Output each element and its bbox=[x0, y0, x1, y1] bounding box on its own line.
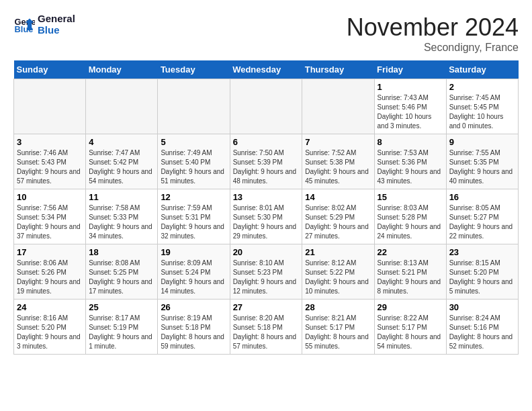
day-header-saturday: Saturday bbox=[446, 60, 518, 79]
calendar-cell: 21Sunrise: 8:12 AMSunset: 5:22 PMDayligh… bbox=[302, 244, 374, 300]
day-number: 5 bbox=[161, 137, 226, 147]
day-info: Sunrise: 7:58 AMSunset: 5:33 PMDaylight:… bbox=[89, 203, 154, 241]
day-number: 20 bbox=[233, 247, 300, 257]
day-number: 6 bbox=[233, 137, 300, 147]
day-number: 26 bbox=[161, 302, 226, 312]
day-info: Sunrise: 8:21 AMSunset: 5:17 PMDaylight:… bbox=[305, 314, 371, 351]
calendar-cell: 9Sunrise: 7:55 AMSunset: 5:35 PMDaylight… bbox=[446, 134, 518, 189]
day-info: Sunrise: 8:10 AMSunset: 5:23 PMDaylight:… bbox=[233, 259, 300, 296]
day-number: 30 bbox=[449, 302, 515, 312]
day-info: Sunrise: 8:03 AMSunset: 5:28 PMDaylight:… bbox=[378, 203, 443, 241]
calendar-cell: 26Sunrise: 8:19 AMSunset: 5:18 PMDayligh… bbox=[158, 300, 230, 355]
calendar-cell: 15Sunrise: 8:03 AMSunset: 5:28 PMDayligh… bbox=[374, 189, 446, 244]
calendar-cell: 4Sunrise: 7:47 AMSunset: 5:42 PMDaylight… bbox=[86, 134, 158, 189]
day-number: 13 bbox=[233, 192, 300, 202]
logo: General Blue General Blue bbox=[13, 13, 75, 36]
calendar-cell bbox=[86, 79, 158, 134]
day-info: Sunrise: 8:01 AMSunset: 5:30 PMDaylight:… bbox=[233, 203, 300, 241]
calendar-cell: 7Sunrise: 7:52 AMSunset: 5:38 PMDaylight… bbox=[302, 134, 374, 189]
day-info: Sunrise: 8:09 AMSunset: 5:24 PMDaylight:… bbox=[161, 259, 226, 296]
calendar-cell: 25Sunrise: 8:17 AMSunset: 5:19 PMDayligh… bbox=[86, 300, 158, 355]
calendar-cell: 20Sunrise: 8:10 AMSunset: 5:23 PMDayligh… bbox=[230, 244, 302, 300]
calendar-cell: 30Sunrise: 8:24 AMSunset: 5:16 PMDayligh… bbox=[446, 300, 518, 355]
day-number: 21 bbox=[305, 247, 371, 257]
day-number: 28 bbox=[305, 302, 371, 312]
day-number: 3 bbox=[17, 137, 83, 147]
calendar-cell: 24Sunrise: 8:16 AMSunset: 5:20 PMDayligh… bbox=[14, 300, 86, 355]
day-number: 15 bbox=[378, 192, 443, 202]
calendar-cell bbox=[158, 79, 230, 134]
day-number: 24 bbox=[17, 302, 83, 312]
calendar-table: SundayMondayTuesdayWednesdayThursdayFrid… bbox=[13, 60, 519, 355]
day-header-monday: Monday bbox=[86, 60, 158, 79]
day-info: Sunrise: 8:24 AMSunset: 5:16 PMDaylight:… bbox=[449, 314, 515, 351]
day-info: Sunrise: 8:17 AMSunset: 5:19 PMDaylight:… bbox=[89, 314, 154, 351]
calendar-cell: 28Sunrise: 8:21 AMSunset: 5:17 PMDayligh… bbox=[302, 300, 374, 355]
calendar-cell: 8Sunrise: 7:53 AMSunset: 5:36 PMDaylight… bbox=[374, 134, 446, 189]
day-number: 8 bbox=[378, 137, 443, 147]
calendar-week-row: 17Sunrise: 8:06 AMSunset: 5:26 PMDayligh… bbox=[14, 244, 519, 300]
day-number: 11 bbox=[89, 192, 154, 202]
day-number: 19 bbox=[161, 247, 226, 257]
day-info: Sunrise: 8:20 AMSunset: 5:18 PMDaylight:… bbox=[233, 314, 300, 351]
day-info: Sunrise: 7:47 AMSunset: 5:42 PMDaylight:… bbox=[89, 148, 154, 186]
day-info: Sunrise: 7:45 AMSunset: 5:45 PMDaylight:… bbox=[449, 93, 515, 131]
calendar-cell bbox=[230, 79, 302, 134]
day-info: Sunrise: 7:50 AMSunset: 5:39 PMDaylight:… bbox=[233, 148, 300, 186]
calendar-cell: 2Sunrise: 7:45 AMSunset: 5:45 PMDaylight… bbox=[446, 79, 518, 134]
calendar-cell: 1Sunrise: 7:43 AMSunset: 5:46 PMDaylight… bbox=[374, 79, 446, 134]
day-number: 12 bbox=[161, 192, 226, 202]
day-header-friday: Friday bbox=[374, 60, 446, 79]
calendar-cell: 5Sunrise: 7:49 AMSunset: 5:40 PMDaylight… bbox=[158, 134, 230, 189]
calendar-cell: 11Sunrise: 7:58 AMSunset: 5:33 PMDayligh… bbox=[86, 189, 158, 244]
calendar-cell: 19Sunrise: 8:09 AMSunset: 5:24 PMDayligh… bbox=[158, 244, 230, 300]
day-number: 27 bbox=[233, 302, 300, 312]
logo-text-general: General bbox=[38, 13, 75, 25]
calendar-cell: 16Sunrise: 8:05 AMSunset: 5:27 PMDayligh… bbox=[446, 189, 518, 244]
day-info: Sunrise: 7:49 AMSunset: 5:40 PMDaylight:… bbox=[161, 148, 226, 186]
calendar-cell: 17Sunrise: 8:06 AMSunset: 5:26 PMDayligh… bbox=[14, 244, 86, 300]
calendar-cell bbox=[14, 79, 86, 134]
calendar-header-row: SundayMondayTuesdayWednesdayThursdayFrid… bbox=[14, 60, 519, 79]
day-header-wednesday: Wednesday bbox=[230, 60, 302, 79]
day-info: Sunrise: 8:12 AMSunset: 5:22 PMDaylight:… bbox=[305, 259, 371, 296]
day-info: Sunrise: 7:56 AMSunset: 5:34 PMDaylight:… bbox=[17, 203, 83, 241]
day-info: Sunrise: 8:05 AMSunset: 5:27 PMDaylight:… bbox=[449, 203, 515, 241]
calendar-cell: 27Sunrise: 8:20 AMSunset: 5:18 PMDayligh… bbox=[230, 300, 302, 355]
calendar-cell: 13Sunrise: 8:01 AMSunset: 5:30 PMDayligh… bbox=[230, 189, 302, 244]
calendar-cell: 10Sunrise: 7:56 AMSunset: 5:34 PMDayligh… bbox=[14, 189, 86, 244]
calendar-cell: 12Sunrise: 7:59 AMSunset: 5:31 PMDayligh… bbox=[158, 189, 230, 244]
day-info: Sunrise: 8:02 AMSunset: 5:29 PMDaylight:… bbox=[305, 203, 371, 241]
day-number: 29 bbox=[378, 302, 443, 312]
day-number: 2 bbox=[449, 82, 515, 92]
day-info: Sunrise: 8:22 AMSunset: 5:17 PMDaylight:… bbox=[378, 314, 443, 351]
calendar-week-row: 10Sunrise: 7:56 AMSunset: 5:34 PMDayligh… bbox=[14, 189, 519, 244]
month-title: November 2024 bbox=[347, 13, 519, 42]
day-info: Sunrise: 7:46 AMSunset: 5:43 PMDaylight:… bbox=[17, 148, 83, 186]
calendar-week-row: 24Sunrise: 8:16 AMSunset: 5:20 PMDayligh… bbox=[14, 300, 519, 355]
day-number: 10 bbox=[17, 192, 83, 202]
logo-text-blue: Blue bbox=[38, 25, 75, 36]
logo-icon: General Blue bbox=[13, 14, 35, 36]
day-number: 22 bbox=[378, 247, 443, 257]
day-number: 25 bbox=[89, 302, 154, 312]
day-info: Sunrise: 8:15 AMSunset: 5:20 PMDaylight:… bbox=[449, 259, 515, 296]
day-info: Sunrise: 8:16 AMSunset: 5:20 PMDaylight:… bbox=[17, 314, 83, 351]
calendar-cell: 18Sunrise: 8:08 AMSunset: 5:25 PMDayligh… bbox=[86, 244, 158, 300]
day-number: 14 bbox=[305, 192, 371, 202]
day-header-thursday: Thursday bbox=[302, 60, 374, 79]
day-header-sunday: Sunday bbox=[14, 60, 86, 79]
day-number: 17 bbox=[17, 247, 83, 257]
calendar-cell: 22Sunrise: 8:13 AMSunset: 5:21 PMDayligh… bbox=[374, 244, 446, 300]
day-info: Sunrise: 8:06 AMSunset: 5:26 PMDaylight:… bbox=[17, 259, 83, 296]
calendar-cell: 6Sunrise: 7:50 AMSunset: 5:39 PMDaylight… bbox=[230, 134, 302, 189]
day-number: 4 bbox=[89, 137, 154, 147]
day-info: Sunrise: 7:53 AMSunset: 5:36 PMDaylight:… bbox=[378, 148, 443, 186]
title-block: November 2024 Secondigny, France bbox=[347, 13, 519, 54]
day-number: 1 bbox=[378, 82, 443, 92]
page-header: General Blue General Blue November 2024 … bbox=[13, 13, 519, 54]
day-number: 18 bbox=[89, 247, 154, 257]
day-info: Sunrise: 8:13 AMSunset: 5:21 PMDaylight:… bbox=[378, 259, 443, 296]
day-number: 23 bbox=[449, 247, 515, 257]
day-info: Sunrise: 8:08 AMSunset: 5:25 PMDaylight:… bbox=[89, 259, 154, 296]
